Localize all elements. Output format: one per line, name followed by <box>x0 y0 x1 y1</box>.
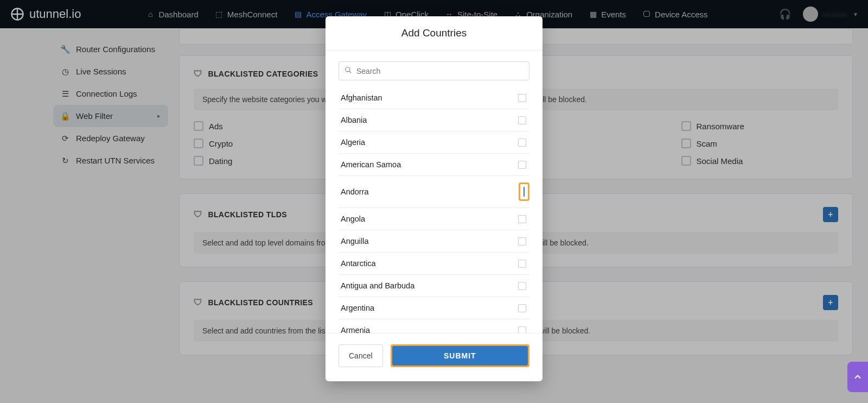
country-name: Antigua and Barbuda <box>341 281 414 290</box>
country-row-afghanistan[interactable]: Afghanistan <box>339 87 529 109</box>
country-row-argentina[interactable]: Argentina <box>339 297 529 319</box>
checkbox[interactable] <box>518 326 526 333</box>
country-row-anguilla[interactable]: Anguilla <box>339 230 529 253</box>
add-countries-modal: Add Countries AfghanistanAlbaniaAlgeriaA… <box>326 16 542 381</box>
svg-line-2 <box>349 71 352 73</box>
country-name: Argentina <box>341 304 374 312</box>
checkbox[interactable] <box>518 304 526 312</box>
country-row-antigua-and-barbuda[interactable]: Antigua and Barbuda <box>339 275 529 297</box>
checkbox[interactable] <box>518 237 526 245</box>
highlight-box <box>519 182 529 201</box>
country-row-albania[interactable]: Albania <box>339 109 529 131</box>
checkbox[interactable] <box>518 215 526 223</box>
checkbox[interactable] <box>518 260 526 268</box>
modal-footer: Cancel SUBMIT <box>326 333 542 381</box>
country-name: American Samoa <box>341 160 401 169</box>
scroll-top-fab[interactable] <box>847 362 868 392</box>
checkbox[interactable] <box>518 138 526 147</box>
country-row-andorra[interactable]: Andorra <box>339 176 529 208</box>
svg-point-1 <box>346 67 350 72</box>
modal-body: AfghanistanAlbaniaAlgeriaAmerican SamoaA… <box>326 51 542 333</box>
checkbox[interactable] <box>518 94 526 102</box>
search-icon <box>344 66 352 75</box>
country-row-american-samoa[interactable]: American Samoa <box>339 154 529 176</box>
country-row-algeria[interactable]: Algeria <box>339 131 529 154</box>
country-name: Antarctica <box>341 259 375 268</box>
country-name: Anguilla <box>341 237 369 245</box>
country-list: AfghanistanAlbaniaAlgeriaAmerican SamoaA… <box>339 87 529 333</box>
modal-title: Add Countries <box>326 16 542 51</box>
submit-highlight: SUBMIT <box>391 344 529 367</box>
checkbox[interactable] <box>518 282 526 290</box>
country-name: Algeria <box>341 138 365 147</box>
country-name: Afghanistan <box>341 93 382 102</box>
checkbox[interactable] <box>518 161 526 169</box>
country-name: Armenia <box>341 326 370 333</box>
country-row-armenia[interactable]: Armenia <box>339 319 529 333</box>
submit-button[interactable]: SUBMIT <box>392 346 528 366</box>
country-search[interactable] <box>339 61 529 80</box>
checkbox[interactable] <box>518 116 526 124</box>
country-name: Angola <box>341 215 365 223</box>
cancel-button[interactable]: Cancel <box>339 344 383 367</box>
country-row-angola[interactable]: Angola <box>339 208 529 230</box>
country-name: Andorra <box>341 187 369 196</box>
checkbox[interactable] <box>524 187 525 197</box>
search-input[interactable] <box>356 67 524 75</box>
country-row-antarctica[interactable]: Antarctica <box>339 253 529 275</box>
country-name: Albania <box>341 116 367 124</box>
